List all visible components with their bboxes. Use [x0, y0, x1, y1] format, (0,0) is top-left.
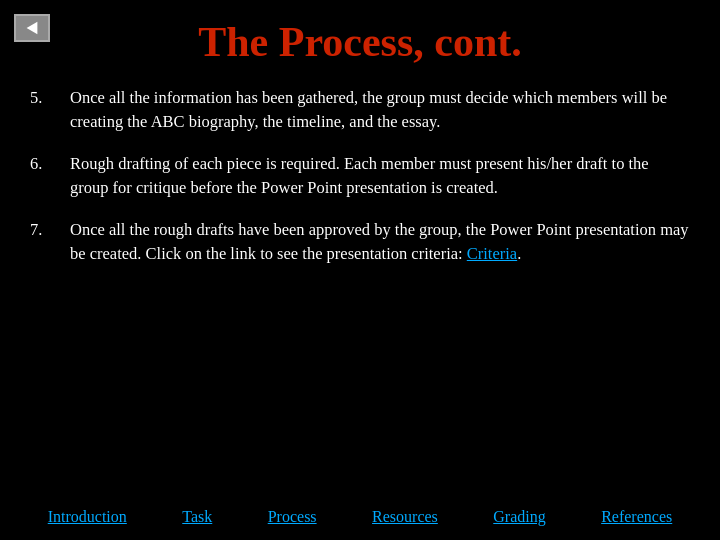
- back-button[interactable]: [14, 14, 50, 42]
- page-title: The Process, cont.: [0, 0, 720, 86]
- nav-task[interactable]: Task: [182, 508, 212, 526]
- list-item: 7. Once all the rough drafts have been a…: [30, 218, 690, 266]
- svg-marker-0: [27, 22, 38, 35]
- nav-references[interactable]: References: [601, 508, 672, 526]
- item-number-6: 6.: [30, 152, 70, 200]
- item-text-7: Once all the rough drafts have been appr…: [70, 218, 690, 266]
- item-number-7: 7.: [30, 218, 70, 266]
- list-item: 5. Once all the information has been gat…: [30, 86, 690, 134]
- nav-grading[interactable]: Grading: [493, 508, 545, 526]
- criteria-link[interactable]: Criteria: [467, 244, 517, 263]
- nav-bar: Introduction Task Process Resources Grad…: [0, 508, 720, 526]
- item-number-5: 5.: [30, 86, 70, 134]
- list-item: 6. Rough drafting of each piece is requi…: [30, 152, 690, 200]
- content-area: 5. Once all the information has been gat…: [0, 86, 720, 266]
- item-text-5: Once all the information has been gather…: [70, 86, 690, 134]
- nav-process[interactable]: Process: [268, 508, 317, 526]
- item-text-6: Rough drafting of each piece is required…: [70, 152, 690, 200]
- nav-introduction[interactable]: Introduction: [48, 508, 127, 526]
- item-text-7-before: Once all the rough drafts have been appr…: [70, 220, 689, 263]
- item-text-7-after: .: [517, 244, 521, 263]
- nav-resources[interactable]: Resources: [372, 508, 438, 526]
